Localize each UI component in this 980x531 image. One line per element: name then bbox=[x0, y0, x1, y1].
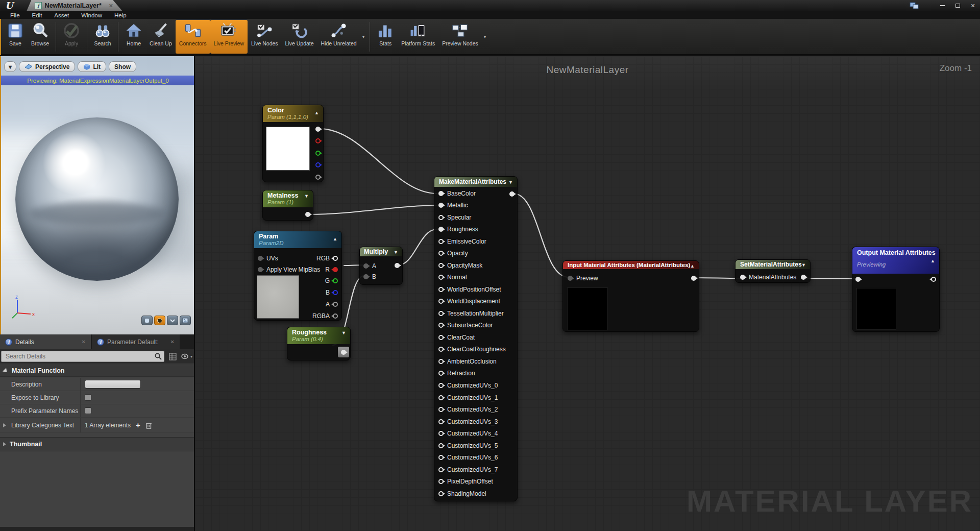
preview-sphere-button[interactable] bbox=[154, 316, 165, 325]
perspective-button[interactable]: Perspective bbox=[19, 61, 75, 72]
pin-uvs-input[interactable] bbox=[258, 256, 263, 261]
collapse-arrow-icon[interactable]: ▲ bbox=[314, 110, 319, 115]
connectors-button[interactable]: Connectors bbox=[176, 20, 210, 54]
node-pin-row[interactable]: SubsurfaceColor bbox=[434, 320, 517, 332]
node-make-material-attributes[interactable]: MakeMaterialAttributes ▼ BaseColor Metal… bbox=[434, 176, 518, 501]
node-pin-row[interactable]: ClearCoatRoughness bbox=[434, 344, 517, 356]
pin-input[interactable] bbox=[438, 419, 444, 424]
prefix-parameter-names-checkbox[interactable] bbox=[85, 407, 91, 414]
node-pin-row[interactable]: CustomizedUVs_2 bbox=[434, 403, 517, 416]
delete-array-button[interactable] bbox=[145, 422, 152, 429]
pin-input[interactable] bbox=[438, 323, 444, 328]
pin-r-output[interactable] bbox=[333, 267, 338, 272]
pin-output[interactable] bbox=[931, 277, 936, 282]
pin-input[interactable] bbox=[438, 251, 444, 256]
live-nodes-button[interactable]: Live Nodes bbox=[248, 20, 282, 54]
pin-input[interactable] bbox=[438, 215, 444, 220]
collapsed-arrow-icon[interactable] bbox=[3, 423, 6, 427]
close-button[interactable]: ✕ bbox=[969, 2, 977, 9]
pin-input[interactable] bbox=[438, 431, 444, 436]
node-pin-row[interactable]: OpacityMask bbox=[434, 259, 517, 272]
browse-button[interactable]: Browse bbox=[28, 20, 53, 54]
preview-viewport[interactable]: ▾ Perspective Lit Show Previewing: Mater… bbox=[0, 56, 194, 334]
node-pin-row[interactable]: WorldDisplacement bbox=[434, 296, 517, 308]
node-pin-row[interactable]: Normal bbox=[434, 272, 517, 284]
pin-input[interactable] bbox=[438, 371, 444, 376]
pin-rgb-output[interactable] bbox=[333, 256, 338, 261]
preview-cylinder-button[interactable] bbox=[141, 316, 153, 325]
node-roughness[interactable]: Roughness Param (0.4) ▼ bbox=[287, 327, 351, 360]
menu-edit[interactable]: Edit bbox=[26, 12, 48, 18]
pin-input[interactable] bbox=[438, 299, 444, 304]
lit-button[interactable]: Lit bbox=[78, 61, 106, 72]
node-header[interactable]: Param Param2D ▲ bbox=[254, 231, 341, 248]
add-array-element-button[interactable]: + bbox=[136, 421, 140, 429]
pin-g-output[interactable] bbox=[333, 278, 338, 283]
color-preview-swatch[interactable] bbox=[266, 127, 310, 171]
pin-g-output[interactable] bbox=[315, 151, 321, 156]
pin-input[interactable] bbox=[438, 359, 444, 364]
node-output-material-attributes[interactable]: Output Material Attributes Previewing ▲ bbox=[852, 247, 940, 332]
tab-close-icon[interactable]: ✕ bbox=[82, 339, 86, 345]
viewport-options-button[interactable]: ▾ bbox=[4, 61, 16, 72]
pin-input[interactable] bbox=[438, 407, 444, 412]
collapse-arrow-icon[interactable]: ▲ bbox=[333, 236, 337, 242]
pin-input[interactable] bbox=[438, 491, 444, 496]
pin-output[interactable] bbox=[691, 276, 696, 281]
pin-preview-input[interactable] bbox=[568, 276, 573, 281]
node-pin-row[interactable]: WorldPositionOffset bbox=[434, 283, 517, 296]
node-pin-row[interactable]: CustomizedUVs_1 bbox=[434, 392, 517, 404]
node-pin-row[interactable]: ShadingModel bbox=[434, 488, 517, 500]
node-pin-row[interactable]: Specular bbox=[434, 211, 517, 224]
pin-mipbias-input[interactable] bbox=[258, 267, 263, 272]
node-pin-row[interactable]: PixelDepthOffset bbox=[434, 475, 517, 488]
node-pin-row[interactable]: Roughness bbox=[434, 224, 517, 236]
search-button[interactable]: Search bbox=[90, 20, 115, 54]
tab-close-icon[interactable]: ✕ bbox=[170, 339, 175, 345]
node-header[interactable]: Metalness Param (1) ▼ bbox=[263, 190, 313, 207]
live-update-button[interactable]: Live Update bbox=[282, 20, 317, 54]
minimize-button[interactable] bbox=[938, 2, 946, 9]
pin-b-input[interactable] bbox=[363, 274, 369, 279]
menu-help[interactable]: Help bbox=[108, 12, 133, 18]
pin-rgb-output[interactable] bbox=[315, 127, 321, 132]
pin-output[interactable] bbox=[395, 263, 400, 268]
pin-input[interactable] bbox=[438, 227, 444, 232]
pin-output[interactable] bbox=[509, 191, 514, 197]
node-pin-row[interactable]: AmbientOcclusion bbox=[434, 355, 517, 368]
description-field[interactable] bbox=[85, 380, 141, 389]
pin-input[interactable] bbox=[438, 203, 444, 208]
pin-a-output[interactable] bbox=[333, 302, 338, 307]
apply-button[interactable]: Apply bbox=[59, 20, 84, 54]
node-pin-row[interactable]: ClearCoat bbox=[434, 331, 517, 344]
menu-file[interactable]: File bbox=[4, 12, 26, 18]
tab-close-icon[interactable]: ✕ bbox=[109, 3, 113, 9]
pin-input[interactable] bbox=[438, 263, 444, 268]
node-pin-row[interactable]: CustomizedUVs_3 bbox=[434, 416, 517, 428]
pin-r-output[interactable] bbox=[315, 138, 321, 143]
live-preview-button[interactable]: Live Preview bbox=[210, 20, 248, 54]
node-input-material-attributes[interactable]: Input Material Attributes (MaterialAttri… bbox=[562, 260, 699, 332]
node-header[interactable]: MakeMaterialAttributes ▼ bbox=[434, 177, 517, 187]
collapse-arrow-icon[interactable]: ▲ bbox=[690, 263, 695, 269]
stats-button[interactable]: Stats bbox=[373, 20, 398, 54]
preview-nodes-button[interactable]: Preview Nodes bbox=[438, 20, 482, 54]
material-function-section-header[interactable]: Material Function bbox=[0, 365, 194, 377]
node-multiply[interactable]: Multiply ▼ A B bbox=[359, 247, 403, 285]
node-pin-row[interactable]: Refraction bbox=[434, 368, 517, 380]
platform-stats-button[interactable]: Platform Stats bbox=[398, 20, 438, 54]
pin-input[interactable] bbox=[438, 191, 444, 196]
node-pin-row[interactable]: CustomizedUVs_0 bbox=[434, 379, 517, 392]
view-options-button[interactable]: ▾ bbox=[181, 351, 193, 362]
collapse-arrow-icon[interactable]: ▼ bbox=[801, 262, 806, 268]
pin-input[interactable] bbox=[438, 443, 444, 448]
node-header[interactable]: Output Material Attributes Previewing ▲ bbox=[852, 247, 939, 274]
collapse-arrow-icon[interactable]: ▼ bbox=[304, 194, 309, 199]
node-set-material-attributes[interactable]: SetMaterialAttributes ▼ MaterialAttribut… bbox=[735, 259, 811, 283]
pin-a-input[interactable] bbox=[363, 263, 369, 269]
pin-a-output[interactable] bbox=[315, 175, 321, 180]
pin-input[interactable] bbox=[855, 277, 861, 282]
pin-input[interactable] bbox=[438, 311, 444, 316]
collapse-arrow-icon[interactable]: ▼ bbox=[508, 180, 513, 185]
maximize-button[interactable] bbox=[953, 2, 962, 9]
